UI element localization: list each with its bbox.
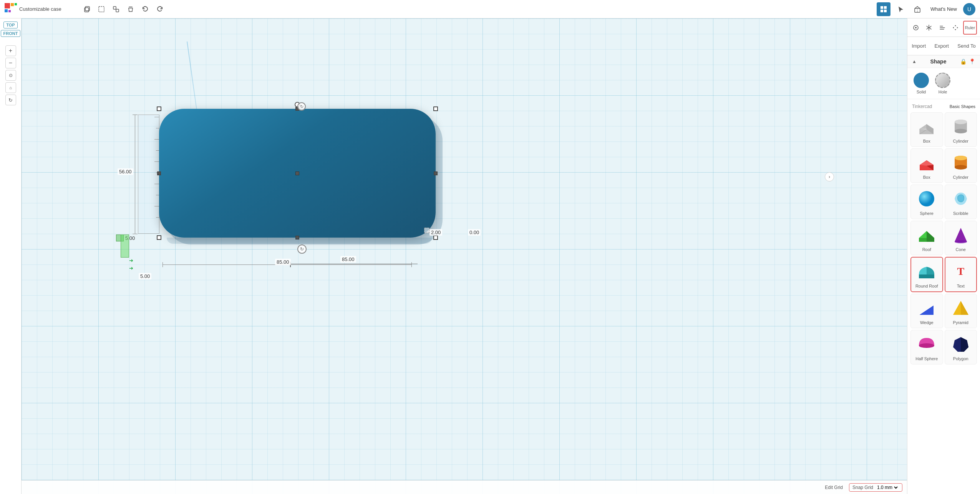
- send-to-button[interactable]: Send To: [954, 42, 978, 50]
- export-button[interactable]: Export: [931, 42, 952, 50]
- delete-button[interactable]: [124, 2, 138, 16]
- shape-item-box-gray[interactable]: Box: [910, 112, 943, 147]
- 3d-shape-container[interactable]: [159, 109, 436, 238]
- shapes-grid: Box Cylinder Box: [910, 112, 977, 364]
- grid-view-button[interactable]: [877, 2, 890, 16]
- solid-circle: [914, 73, 929, 88]
- library-category-dropdown[interactable]: Basic Shapes: [950, 104, 975, 109]
- shape-name-text: Text: [957, 284, 965, 288]
- select-mode-button[interactable]: [910, 21, 921, 35]
- shape-item-roof[interactable]: Roof: [910, 221, 943, 255]
- shape-item-pyramid[interactable]: Pyramid: [945, 294, 977, 328]
- hole-label: Hole: [939, 90, 947, 94]
- scribble-thumb: [950, 188, 972, 210]
- dim-depth-line: [135, 115, 135, 234]
- whats-new-button[interactable]: What's New: [927, 5, 960, 13]
- svg-point-25: [919, 191, 934, 206]
- dim-width-tick-r: [411, 262, 412, 267]
- 3d-shape[interactable]: [159, 109, 436, 238]
- shape-name-cyl-orange: Cylinder: [953, 175, 968, 180]
- home-button[interactable]: ⌂: [5, 82, 16, 93]
- svg-point-23: [955, 165, 967, 170]
- shape-item-polygon[interactable]: Polygon: [945, 330, 977, 364]
- rotate-button[interactable]: ↻: [5, 95, 16, 105]
- handle-bl[interactable]: [157, 235, 161, 240]
- shape-name-cone: Cone: [956, 247, 966, 252]
- package-button[interactable]: [910, 2, 924, 16]
- dim-depth-tick-t: [133, 115, 138, 115]
- measure-icon: [424, 228, 429, 233]
- viewport[interactable]: ↻ ↻ 85.00 85.00 56.00 5.00 ➜ ➜: [22, 18, 907, 494]
- solid-button[interactable]: Solid: [914, 73, 929, 94]
- undo-button[interactable]: [138, 2, 152, 16]
- zoom-in-button[interactable]: +: [5, 45, 16, 56]
- cursor-view-button[interactable]: [894, 2, 907, 16]
- handle-tl[interactable]: [157, 106, 161, 111]
- fit-button[interactable]: ⊙: [5, 70, 16, 81]
- transform-button[interactable]: [950, 21, 961, 35]
- svg-point-24: [955, 156, 967, 160]
- view-top-btn[interactable]: TOP: [3, 22, 17, 28]
- shape-name-scribble: Scribble: [953, 211, 968, 216]
- dim-width-label: 85.00: [275, 259, 291, 265]
- shape-name-halfsphere: Half Sphere: [915, 356, 938, 361]
- location-icon[interactable]: 📍: [969, 58, 975, 65]
- shape-item-box-red[interactable]: Box: [910, 148, 943, 183]
- duplicate-button[interactable]: [80, 2, 94, 16]
- bottom-bar: Edit Grid Snap Grid 1.0 mm 0.5 mm 2.0 mm…: [22, 480, 907, 494]
- shape-item-halfsphere[interactable]: Half Sphere: [910, 330, 943, 364]
- lock-icon[interactable]: 🔒: [960, 58, 967, 65]
- svg-point-26: [955, 240, 967, 243]
- center-handle[interactable]: [295, 171, 299, 175]
- ruler-button[interactable]: Ruler: [963, 21, 977, 35]
- width-value: 85.00: [340, 256, 356, 263]
- user-avatar[interactable]: U: [963, 3, 975, 15]
- rotate-handle-top[interactable]: ↻: [297, 102, 306, 111]
- expand-panel-button[interactable]: ›: [825, 172, 834, 181]
- cyl-orange-thumb: [950, 152, 972, 173]
- handle-tr[interactable]: [433, 106, 438, 111]
- shape-item-roundroof[interactable]: Round Roof: [910, 257, 943, 292]
- shape-collapse-icon[interactable]: ▲: [912, 59, 917, 64]
- dim-depth-label: 56.00: [118, 168, 133, 175]
- import-button[interactable]: Import: [909, 42, 929, 50]
- handle-mr[interactable]: [434, 171, 438, 175]
- ungroup-button[interactable]: [109, 2, 123, 16]
- svg-rect-1: [11, 3, 14, 6]
- dim-right-label: 2.00: [429, 229, 442, 236]
- shape-item-wedge[interactable]: Wedge: [910, 294, 943, 328]
- shapes-library-panel[interactable]: Tinkercad Basic Shapes Box: [907, 99, 980, 494]
- cone-thumb: [950, 224, 972, 246]
- redo-button[interactable]: [153, 2, 167, 16]
- mirror-button[interactable]: [924, 21, 934, 35]
- svg-rect-12: [881, 10, 883, 12]
- grid-major: [22, 18, 907, 494]
- shape-item-sphere[interactable]: Sphere: [910, 185, 943, 219]
- hole-circle: [935, 73, 950, 88]
- library-header: Tinkercad Basic Shapes: [910, 102, 977, 112]
- svg-rect-8: [113, 7, 116, 9]
- svg-rect-4: [8, 10, 11, 12]
- align-button[interactable]: [937, 21, 948, 35]
- shape-item-text[interactable]: T Text: [945, 257, 977, 292]
- pyramid-thumb: [950, 297, 972, 319]
- shape-item-cyl-orange[interactable]: Cylinder: [945, 148, 977, 183]
- view-front-btn[interactable]: FRONT: [1, 30, 21, 37]
- hole-button[interactable]: Hole: [935, 73, 950, 94]
- sphere-thumb: [916, 188, 937, 210]
- solid-hole-selector: Solid Hole: [907, 68, 980, 99]
- shape-item-cyl-gray[interactable]: Cylinder: [945, 112, 977, 147]
- svg-rect-10: [881, 6, 883, 9]
- shape-item-scribble[interactable]: Scribble: [945, 185, 977, 219]
- dim-width-tick-l: [163, 262, 163, 267]
- rotate-handle[interactable]: ↻: [297, 245, 307, 254]
- handle-ml[interactable]: [157, 171, 161, 175]
- handle-br[interactable]: [433, 235, 438, 240]
- zoom-out-button[interactable]: −: [5, 58, 16, 68]
- group-button[interactable]: [95, 2, 108, 16]
- right-icon-row: Ruler: [907, 18, 980, 37]
- edit-grid-button[interactable]: Edit Grid: [825, 485, 843, 490]
- snap-grid-control[interactable]: Snap Grid 1.0 mm 0.5 mm 2.0 mm 5.0 mm: [849, 483, 902, 492]
- snap-grid-select[interactable]: 1.0 mm 0.5 mm 2.0 mm 5.0 mm: [876, 484, 899, 491]
- shape-item-cone[interactable]: Cone: [945, 221, 977, 255]
